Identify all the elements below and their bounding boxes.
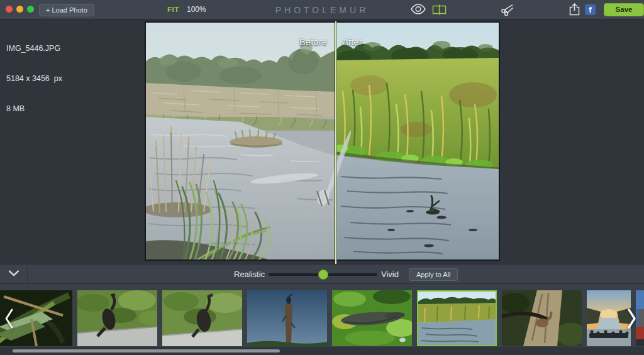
thumbnail-row bbox=[0, 290, 644, 346]
apply-to-all-button[interactable]: Apply to All bbox=[409, 268, 458, 281]
realistic-label: Realistic bbox=[234, 270, 265, 279]
thumbnail-image bbox=[502, 290, 582, 346]
save-to-button[interactable]: Save to... bbox=[604, 3, 644, 16]
scissors-icon[interactable] bbox=[501, 3, 514, 19]
eye-preview-icon[interactable] bbox=[411, 4, 426, 17]
photo-filename: IMG_5446.JPG bbox=[6, 43, 62, 53]
horizontal-scrollbar[interactable] bbox=[13, 349, 280, 352]
top-toolbar: + Load Photo FIT 100% PHOTOLEMUR bbox=[0, 0, 644, 19]
thumbnail-image bbox=[247, 290, 327, 346]
thumbnail-image bbox=[162, 290, 242, 346]
enhance-slider-knob[interactable] bbox=[318, 270, 328, 280]
thumbnail-alligator[interactable] bbox=[332, 290, 412, 346]
chevron-down-icon bbox=[8, 270, 20, 279]
collapse-panel-button[interactable] bbox=[0, 265, 28, 283]
photolemur-window: + Load Photo FIT 100% PHOTOLEMUR bbox=[0, 0, 644, 355]
compare-divider-handle[interactable] bbox=[335, 21, 336, 267]
next-thumbnails-chevron[interactable] bbox=[627, 308, 637, 332]
thumbnail-strip bbox=[0, 284, 644, 347]
share-icon[interactable] bbox=[569, 3, 580, 18]
thumbnail-scroll-zone bbox=[0, 347, 644, 355]
thumbnail-image bbox=[332, 290, 412, 346]
thumbnail-image bbox=[77, 290, 157, 346]
photo-filesize: 8 MB bbox=[6, 104, 62, 114]
app-title: PHOTOLEMUR bbox=[0, 5, 644, 15]
thumbnail-snag-bird[interactable] bbox=[247, 290, 327, 346]
vivid-label: Vivid bbox=[381, 270, 399, 279]
enhance-controls-bar: Realistic Vivid Apply to All bbox=[0, 264, 644, 284]
prev-thumbnails-chevron[interactable] bbox=[4, 308, 14, 332]
facebook-icon[interactable]: f bbox=[585, 4, 596, 15]
wetland-photo-canvas bbox=[146, 23, 499, 259]
thumbnail-wetland-selected[interactable] bbox=[417, 290, 497, 346]
thumbnail-tree-squirrel[interactable] bbox=[502, 290, 582, 346]
photo-info: IMG_5446.JPG 5184 x 3456 px 8 MB bbox=[6, 23, 62, 134]
thumbnail-cormorant-1[interactable] bbox=[77, 290, 157, 346]
main-canvas-area: IMG_5446.JPG 5184 x 3456 px 8 MB bbox=[0, 19, 644, 264]
thumbnail-cormorant-2[interactable] bbox=[162, 290, 242, 346]
thumbnail-sunset-canal[interactable] bbox=[587, 290, 631, 346]
before-after-photo[interactable]: Before After bbox=[145, 21, 500, 261]
photo-dimensions: 5184 x 3456 px bbox=[6, 74, 62, 84]
split-compare-icon[interactable] bbox=[432, 4, 447, 18]
thumbnail-image bbox=[587, 290, 631, 346]
enhance-slider-track[interactable] bbox=[269, 273, 377, 276]
before-label: Before bbox=[299, 36, 327, 47]
thumbnail-image bbox=[418, 292, 496, 345]
after-label: After bbox=[342, 36, 362, 47]
